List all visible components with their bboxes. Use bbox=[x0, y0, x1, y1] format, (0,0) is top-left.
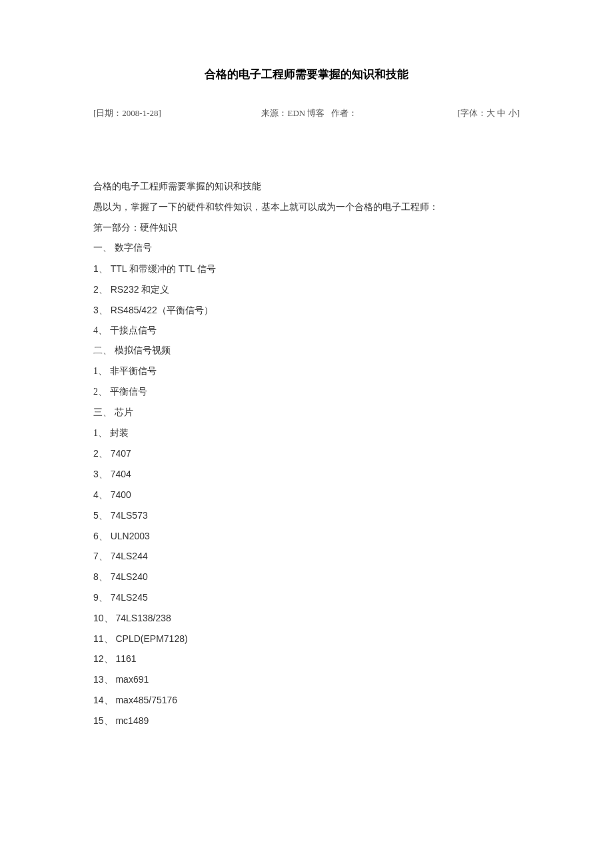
font-label-open: [字体： bbox=[458, 108, 486, 118]
meta-source: 来源：EDN 博客 bbox=[261, 108, 324, 118]
meta-font-size: [字体：大 中 小] bbox=[458, 107, 520, 119]
content-line: 12、 1161 bbox=[93, 649, 520, 669]
article-content: 合格的电子工程师需要掌握的知识和技能 愚以为，掌握了一下的硬件和软件知识，基本上… bbox=[93, 177, 520, 731]
content-line: 11、 CPLD(EPM7128) bbox=[93, 629, 520, 649]
content-line: 2、 平衡信号 bbox=[93, 382, 520, 403]
content-line: 3、 7404 bbox=[93, 464, 520, 485]
content-line: 10、 74LS138/238 bbox=[93, 608, 520, 629]
content-line: 9、 74LS245 bbox=[93, 587, 520, 608]
content-line: 13、 max691 bbox=[93, 669, 520, 690]
font-medium-link[interactable]: 中 bbox=[497, 108, 506, 118]
meta-author: 作者： bbox=[331, 108, 357, 118]
content-line: 1、 非平衡信号 bbox=[93, 361, 520, 382]
meta-date: [日期：2008-1-28] bbox=[93, 107, 161, 119]
content-line: 合格的电子工程师需要掌握的知识和技能 bbox=[93, 177, 520, 197]
content-line: 二、 模拟信号视频 bbox=[93, 341, 520, 361]
font-label-close: ] bbox=[517, 108, 520, 118]
content-line: 8、 74LS240 bbox=[93, 567, 520, 587]
content-line: 2、 7407 bbox=[93, 443, 520, 464]
content-line: 3、 RS485/422（平衡信号） bbox=[93, 300, 520, 321]
content-line: 14、 max485/75176 bbox=[93, 690, 520, 711]
content-line: 2、 RS232 和定义 bbox=[93, 279, 520, 300]
page-title: 合格的电子工程师需要掌握的知识和技能 bbox=[93, 67, 520, 82]
content-line: 4、 干接点信号 bbox=[93, 321, 520, 341]
meta-row: [日期：2008-1-28] 来源：EDN 博客 作者： [字体：大 中 小] bbox=[93, 107, 520, 119]
content-line: 一、 数字信号 bbox=[93, 238, 520, 259]
content-line: 第一部分：硬件知识 bbox=[93, 218, 520, 239]
font-small-link[interactable]: 小 bbox=[508, 108, 517, 118]
content-line: 1、 封装 bbox=[93, 423, 520, 444]
content-line: 5、 74LS573 bbox=[93, 505, 520, 526]
content-line: 7、 74LS244 bbox=[93, 546, 520, 567]
font-large-link[interactable]: 大 bbox=[486, 108, 495, 118]
content-line: 1、 TTL 和带缓冲的 TTL 信号 bbox=[93, 259, 520, 279]
content-line: 4、 7400 bbox=[93, 485, 520, 505]
content-line: 愚以为，掌握了一下的硬件和软件知识，基本上就可以成为一个合格的电子工程师： bbox=[93, 197, 520, 218]
content-line: 6、 ULN2003 bbox=[93, 526, 520, 547]
meta-source-author: 来源：EDN 博客 作者： bbox=[261, 107, 357, 119]
content-line: 三、 芯片 bbox=[93, 403, 520, 423]
content-line: 15、 mc1489 bbox=[93, 711, 520, 731]
